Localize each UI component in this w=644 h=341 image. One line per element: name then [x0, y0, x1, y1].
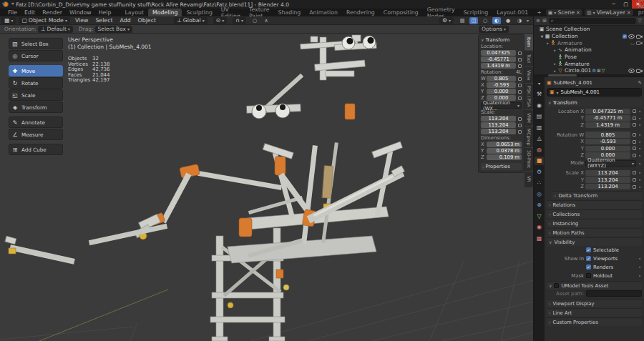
transform-panel-header[interactable]: ∨ Transform: [547, 99, 642, 107]
menu-render[interactable]: Render: [39, 9, 66, 16]
lock-icon[interactable]: [633, 178, 636, 182]
tab-modifiers[interactable]: ⚙: [535, 167, 544, 176]
expand-icon[interactable]: ▸: [552, 69, 557, 73]
rotation-w-field[interactable]: 0.805: [585, 132, 630, 138]
tab-particles[interactable]: ∴: [535, 179, 544, 187]
lock-icon[interactable]: [518, 58, 522, 61]
rotation-y-field[interactable]: 0.000: [585, 146, 630, 152]
section-umodel-tools-asset[interactable]: ∨ UModel Tools Asset: [547, 281, 642, 290]
section-viewport-display[interactable]: ›Viewport Display: [547, 299, 642, 307]
lock-icon[interactable]: [518, 64, 522, 68]
properties-panel-collapsed[interactable]: › Properties: [481, 163, 522, 170]
outliner-search-input[interactable]: ⌕: [549, 18, 636, 24]
tab-object[interactable]: ■: [535, 157, 544, 165]
mesh-data-icon[interactable]: ▽: [602, 68, 605, 74]
renders-checkbox[interactable]: ✓: [586, 265, 591, 270]
camera-render-icon[interactable]: [636, 34, 643, 39]
workspace-tab-layout[interactable]: Layout: [120, 9, 148, 16]
menu-select[interactable]: Select: [92, 16, 116, 24]
animate-dot[interactable]: •: [638, 161, 642, 166]
rotation-w-field[interactable]: 0.805: [487, 76, 516, 81]
lock-icon[interactable]: [633, 123, 636, 127]
shading-solid-button[interactable]: ◐: [492, 17, 501, 24]
transform-panel-header[interactable]: ∨ Transform: [481, 36, 522, 43]
menu-object[interactable]: Object: [135, 16, 160, 24]
workspace-tab-rendering[interactable]: Rendering: [342, 9, 379, 16]
add-workspace-button[interactable]: +: [532, 9, 546, 16]
section-collections[interactable]: ›Collections: [547, 209, 642, 218]
editor-type-dropdown[interactable]: ▾: [535, 79, 544, 87]
scale-x-field[interactable]: 113.204: [481, 116, 516, 122]
menu-window[interactable]: Window: [66, 9, 95, 16]
rotation-lock-badge[interactable]: 4L: [516, 69, 522, 75]
outliner-display-mode-dropdown[interactable]: ≡: [536, 18, 540, 24]
viewports-checkbox[interactable]: ✓: [586, 256, 591, 261]
outliner-row-animation[interactable]: ▸ ∿ Animation: [534, 46, 644, 54]
menu-file[interactable]: File: [4, 9, 21, 16]
tab-physics[interactable]: ◎: [535, 189, 544, 198]
lock-icon[interactable]: [633, 185, 636, 189]
shading-dropdown[interactable]: ▾: [527, 18, 529, 23]
show-gizmos-dropdown[interactable]: ⚙ ▾: [439, 17, 454, 24]
animate-dot[interactable]: •: [638, 153, 642, 158]
npanel-tab-view[interactable]: View: [525, 67, 533, 83]
rotation-y-field[interactable]: 0.000: [487, 89, 516, 94]
scale-z-field[interactable]: 113.204: [481, 129, 516, 134]
eye-icon[interactable]: [628, 69, 635, 73]
drag-setting-dropdown[interactable]: Select Box ▾: [95, 26, 132, 33]
camera-render-icon[interactable]: [636, 41, 643, 45]
location-x-field[interactable]: 0.047325: [481, 50, 516, 56]
expand-icon[interactable]: ▸: [552, 61, 557, 66]
animate-dot[interactable]: •: [638, 265, 642, 270]
expand-icon[interactable]: ▼: [540, 34, 545, 39]
tool-cursor[interactable]: ◎ Cursor: [9, 50, 63, 61]
show-overlays-toggle[interactable]: ◫: [469, 17, 478, 24]
outliner-row-armature[interactable]: ▸ Armature ◡: [534, 39, 644, 46]
tab-tool[interactable]: ⚒: [535, 90, 544, 99]
umodel-checkbox[interactable]: [554, 283, 559, 288]
workspace-tab-scripting[interactable]: Scripting: [459, 9, 493, 16]
animate-dot[interactable]: •: [638, 132, 642, 137]
expand-icon[interactable]: ▸: [545, 41, 550, 45]
npanel-tab-vrm[interactable]: VRM: [525, 110, 533, 126]
workspace-tab-compositing[interactable]: Compositing: [379, 9, 423, 16]
location-y-field[interactable]: -0.45771 m: [585, 115, 630, 122]
lock-icon[interactable]: [518, 51, 522, 55]
holdout-checkbox[interactable]: [586, 273, 591, 278]
outliner-row-collection[interactable]: ▼ ▦ Collection ✓: [534, 33, 644, 40]
location-y-field[interactable]: -0.45771: [481, 56, 516, 62]
expand-icon[interactable]: ▸: [552, 48, 557, 52]
rotation-mode-dropdown[interactable]: Quaternion (WX... ▾: [481, 102, 522, 109]
animate-dot[interactable]: •: [638, 146, 642, 151]
section-delta-transform[interactable]: ›Delta Transform: [552, 191, 642, 199]
snapping-dropdown[interactable]: ∩ ▾: [233, 17, 246, 24]
section-relations[interactable]: ›Relations: [547, 200, 642, 209]
animate-dot[interactable]: •: [638, 184, 642, 189]
outliner-row-pose[interactable]: Pose: [534, 54, 644, 61]
workspace-tab-uv-editing[interactable]: UV Editing: [217, 9, 245, 16]
outliner-row-scene-collection[interactable]: ▣ Scene Collection: [534, 26, 644, 33]
animate-dot[interactable]: •: [638, 170, 642, 175]
object-name-field[interactable]: ▣ ▾ SubMesh_4.001: [547, 88, 642, 97]
scale-y-field[interactable]: 113.204: [585, 177, 630, 183]
scale-z-field[interactable]: 113.204: [585, 184, 630, 190]
npanel-tab-item[interactable]: Item: [525, 34, 533, 50]
menu-edit[interactable]: Edit: [21, 9, 39, 16]
npanel-tab-mcprep[interactable]: MCprep: [525, 127, 533, 148]
pin-icon[interactable]: ✎: [638, 80, 642, 86]
section-custom-properties[interactable]: ›Custom Properties: [547, 317, 642, 326]
lock-icon[interactable]: [518, 90, 522, 94]
outliner-row-armature-data[interactable]: ▸ Armature: [534, 60, 644, 67]
modifier-wrench-icon[interactable]: ⚙: [592, 68, 596, 74]
lock-icon[interactable]: [633, 117, 636, 120]
unlink-scene-icon[interactable]: ✕: [576, 10, 580, 16]
tab-output[interactable]: ▤: [535, 112, 544, 121]
filter-icon[interactable]: ▽: [638, 18, 642, 24]
lock-icon[interactable]: [633, 109, 636, 113]
dimension-z-field[interactable]: 0.109 m: [487, 154, 522, 160]
menu-help[interactable]: Help: [95, 9, 115, 16]
workspace-tab-layout-001[interactable]: Layout.001: [492, 9, 532, 16]
location-z-field[interactable]: 1.4319 m: [481, 63, 516, 69]
scene-selector[interactable]: ▣ ▾ Scene ✕: [546, 9, 582, 16]
tool-select-box[interactable]: ▧ Select Box: [9, 38, 63, 49]
